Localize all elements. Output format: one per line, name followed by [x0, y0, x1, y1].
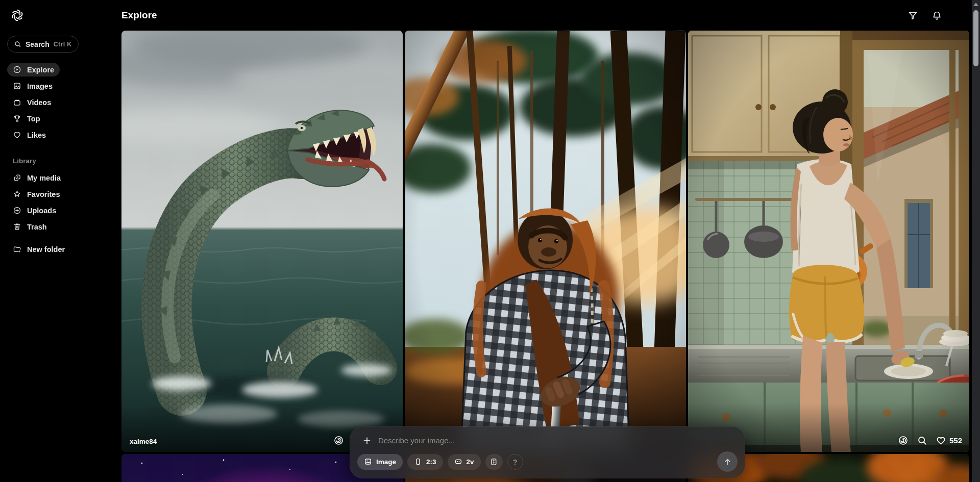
image-type-icon	[364, 458, 372, 466]
images-icon	[13, 82, 21, 90]
sidebar-item-images[interactable]: Images	[7, 79, 58, 93]
explore-icon	[13, 65, 21, 74]
sidebar-item-videos[interactable]: Videos	[7, 95, 57, 109]
videos-icon	[13, 98, 21, 107]
new-folder-icon	[13, 245, 21, 253]
sidebar-item-label: Uploads	[27, 207, 56, 215]
add-attachment-button[interactable]	[362, 436, 372, 445]
sidebar-item-label: Explore	[27, 66, 54, 74]
my-media-icon	[13, 173, 21, 182]
search-shortcut: Ctrl K	[54, 41, 72, 48]
heart-icon	[936, 435, 946, 446]
sidebar-item-label: Videos	[27, 98, 51, 107]
prompt-input[interactable]	[378, 436, 732, 445]
media-type-selector[interactable]: Image	[357, 454, 403, 470]
aspect-ratio-label: 2:3	[426, 458, 436, 466]
sidebar-item-my-media[interactable]: My media	[7, 171, 66, 185]
filter-icon[interactable]	[908, 10, 918, 21]
scrollbar-up-arrow[interactable]	[973, 3, 978, 6]
sidebar-item-label: Likes	[27, 131, 46, 139]
remix-icon[interactable]	[898, 435, 909, 446]
tile-action-icons	[333, 435, 344, 446]
variations-selector[interactable]: 2v	[448, 454, 481, 470]
media-tile-bigfoot-selfie[interactable]	[405, 31, 686, 452]
sidebar-item-label: Top	[27, 115, 40, 123]
sidebar-item-label: New folder	[27, 245, 65, 253]
heart-icon	[13, 131, 21, 139]
presets-button[interactable]	[485, 454, 503, 470]
top-bar: Explore	[121, 0, 972, 31]
search-input[interactable]: Search Ctrl K	[7, 36, 79, 53]
sidebar-nav: Explore Images Videos Top Likes Li	[7, 63, 121, 256]
star-icon	[13, 190, 21, 198]
media-tile-sea-serpent[interactable]: xaime84	[121, 31, 403, 452]
openai-logo-icon[interactable]	[10, 8, 24, 22]
plus-circle-icon	[13, 206, 21, 215]
tile-action-icons: 552	[898, 435, 962, 446]
aspect-ratio-selector[interactable]: 2:3	[407, 454, 443, 470]
remix-icon[interactable]	[333, 435, 344, 446]
sidebar-item-label: Trash	[27, 223, 47, 231]
presets-card-icon	[489, 458, 498, 466]
trophy-icon	[13, 114, 21, 123]
sidebar-item-label: My media	[27, 174, 61, 182]
like-button[interactable]: 552	[936, 435, 962, 446]
sidebar-item-uploads[interactable]: Uploads	[7, 204, 62, 217]
help-button[interactable]: ?	[507, 454, 523, 470]
variations-label: 2v	[467, 458, 474, 466]
sidebar-item-new-folder[interactable]: New folder	[7, 242, 70, 256]
generate-submit-button[interactable]	[717, 451, 738, 472]
explore-feed-grid: xaime84	[121, 31, 969, 482]
help-label: ?	[512, 458, 517, 466]
sidebar-item-likes[interactable]: Likes	[7, 128, 52, 142]
arrow-up-icon	[723, 457, 732, 467]
search-icon	[14, 40, 21, 48]
search-similar-icon[interactable]	[917, 435, 927, 446]
bigfoot-selfie-image	[405, 31, 686, 452]
prompt-composer: Image 2:3 2v ?	[350, 426, 745, 478]
sidebar-item-top[interactable]: Top	[7, 112, 46, 125]
like-count: 552	[949, 436, 962, 445]
sidebar: Search Ctrl K Explore Images Videos To	[0, 0, 121, 482]
variations-icon	[454, 458, 462, 466]
page-scrollbar[interactable]	[972, 0, 980, 482]
sidebar-item-explore[interactable]: Explore	[7, 63, 60, 77]
notifications-bell-icon[interactable]	[932, 10, 942, 21]
sidebar-item-trash[interactable]: Trash	[7, 220, 53, 234]
scrollbar-thumb[interactable]	[973, 10, 978, 66]
trash-icon	[13, 222, 21, 231]
media-type-label: Image	[376, 458, 396, 466]
portrait-aspect-icon	[414, 458, 422, 466]
sea-serpent-image	[121, 31, 403, 452]
library-section-label: Library	[13, 157, 121, 165]
kitchen-dishes-image	[688, 31, 969, 452]
page-title: Explore	[121, 10, 157, 21]
search-label: Search	[26, 40, 50, 48]
sidebar-item-label: Favorites	[27, 190, 60, 198]
media-tile-kitchen-dishes[interactable]: 552	[688, 31, 969, 452]
tile-username[interactable]: xaime84	[130, 438, 157, 445]
sidebar-item-favorites[interactable]: Favorites	[7, 187, 65, 201]
sidebar-item-label: Images	[27, 82, 53, 90]
